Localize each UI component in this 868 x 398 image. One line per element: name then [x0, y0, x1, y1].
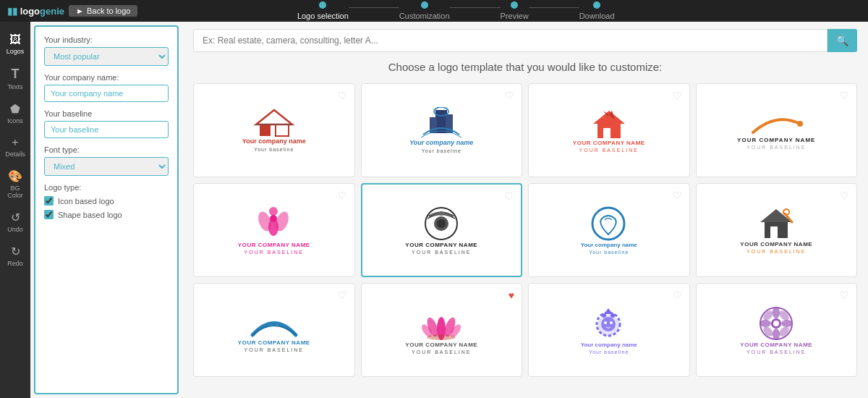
logo-svg	[420, 107, 463, 139]
icon-based-checkbox[interactable]	[44, 196, 54, 206]
content-title: Choose a logo template that you would li…	[193, 61, 857, 73]
logo-card[interactable]: ♡ YOUR COMPANY NAME YOUR BASELINE	[696, 183, 858, 277]
tool-logos-label: Logos	[7, 48, 25, 55]
logo-svg	[249, 308, 299, 339]
svg-rect-2	[276, 124, 289, 136]
logo-svg	[422, 206, 461, 242]
font-type-select[interactable]: Mixed Serif Sans-serif Script	[44, 157, 169, 176]
tool-redo-label: Redo	[7, 260, 23, 267]
heart-icon[interactable]: ♥	[509, 289, 514, 301]
logo-card[interactable]: ♡	[528, 283, 690, 377]
step-customization: Customization	[399, 1, 450, 20]
heart-icon[interactable]: ♡	[673, 190, 682, 201]
svg-point-17	[270, 215, 277, 222]
company-name-input[interactable]	[44, 85, 169, 102]
logo-svg	[757, 305, 796, 342]
logo-baseline: YOUR BASELINE	[746, 249, 806, 254]
logo-svg	[589, 206, 629, 242]
step-connector	[349, 7, 399, 8]
heart-icon[interactable]: ♡	[840, 90, 849, 101]
heart-icon[interactable]: ♡	[840, 190, 849, 201]
search-button[interactable]: 🔍	[827, 29, 857, 52]
svg-point-41	[610, 321, 613, 324]
tool-details-label: Details	[5, 151, 25, 158]
logo-card[interactable]: ♡ YOUR COMPANY NAME YOUR BASELINE	[528, 83, 690, 177]
heart-icon[interactable]: ♡	[505, 90, 514, 101]
logo-image-area: YOUR COMPANY NAME YOUR BASELINE	[371, 193, 513, 267]
logo-company-name: Your company name	[409, 139, 473, 147]
tool-redo[interactable]: ↻ Redo	[0, 240, 30, 271]
heart-icon[interactable]: ♡	[338, 190, 347, 201]
shape-based-label: Shape based logo	[58, 211, 122, 219]
logo-card[interactable]: ♡ Your company name Your baseline	[193, 83, 355, 177]
logo-image-area: YOUR COMPANY NAME YOUR BASELINE	[705, 192, 848, 268]
logo-baseline: YOUR BASELINE	[412, 250, 471, 255]
svg-point-40	[604, 321, 607, 324]
logo-company-name: YOUR COMPANY NAME	[405, 342, 477, 349]
tool-texts[interactable]: T Texts	[0, 62, 30, 95]
logo-image-area: YOUR COMPANY NAME YOUR BASELINE	[705, 93, 848, 168]
logo-image-area: YOUR COMPANY NAME YOUR BASELINE	[203, 292, 346, 368]
search-input[interactable]	[193, 29, 827, 52]
logo-svg	[420, 305, 463, 342]
logos-icon: 🖼	[9, 33, 21, 46]
logo-company-name: YOUR COMPANY NAME	[740, 241, 812, 248]
logo-image-area: Your company name Your baseline	[203, 93, 346, 168]
logo-card[interactable]: ♡ Your company name Your baseline	[528, 183, 690, 277]
step-connector	[529, 7, 579, 8]
icons-icon: ⬟	[10, 102, 20, 116]
redo-icon: ↻	[11, 245, 20, 258]
svg-point-33	[427, 334, 456, 340]
logo-company-name: Your company name	[242, 137, 306, 145]
heart-icon[interactable]: ♡	[338, 90, 347, 101]
logo-card[interactable]: ♡ Your company name Your baseline	[361, 83, 523, 177]
tool-bg-color[interactable]: 🎨 BG Color	[0, 165, 30, 203]
step-label: Logo selection	[297, 12, 349, 20]
undo-icon: ↺	[11, 211, 20, 224]
tool-icons[interactable]: ⬟ Icons	[0, 98, 30, 129]
tool-logos[interactable]: 🖼 Logos	[0, 29, 30, 59]
sidebar-panel: Your industry: Most popular Technology R…	[34, 25, 179, 394]
svg-rect-25	[770, 226, 778, 238]
svg-point-21	[439, 211, 443, 216]
logo-baseline: Your baseline	[254, 147, 294, 152]
heart-icon[interactable]: ♡	[338, 289, 347, 301]
logo-type-label: Logo type:	[44, 183, 169, 192]
heart-icon[interactable]: ♡	[673, 289, 682, 301]
logo-baseline: YOUR BASELINE	[746, 350, 806, 355]
logo-card[interactable]: ♡ YOUR COMPANY NAME YOUR BASELINE	[193, 283, 355, 377]
logo-image-area: YOUR COMPANY NAME YOUR BASELINE	[705, 292, 848, 368]
logo-svg	[252, 109, 296, 137]
heart-icon[interactable]: ♡	[504, 190, 514, 202]
industry-select[interactable]: Most popular Technology Real estate Fina…	[44, 47, 169, 66]
main-layout: 🖼 Logos T Texts ⬟ Icons + Details 🎨 BG C…	[0, 22, 868, 398]
heart-icon[interactable]: ♡	[673, 90, 682, 101]
heart-icon[interactable]: ♡	[840, 289, 849, 301]
shape-based-checkbox[interactable]	[44, 210, 54, 219]
tool-undo[interactable]: ↺ Undo	[0, 206, 30, 237]
search-bar: 🔍	[193, 29, 857, 52]
logo-baseline: YOUR BASELINE	[579, 148, 639, 153]
logo-company-name: YOUR COMPANY NAME	[573, 140, 645, 147]
icon-based-checkbox-row: Icon based logo	[44, 196, 169, 206]
logo-image-area: YOUR COMPANY NAME YOUR BASELINE	[203, 192, 346, 268]
header: ▮▮ logogenie ► Back to logo Logo selecti…	[0, 0, 868, 22]
logo-card[interactable]: ♥ YOUR COMPANY NAME YOUR BASELINE	[361, 283, 523, 377]
svg-marker-0	[256, 110, 292, 124]
left-toolbar: 🖼 Logos T Texts ⬟ Icons + Details 🎨 BG C…	[0, 22, 30, 398]
logo-card[interactable]: ♡ YOUR COMPANY NAME YOUR BASELINE	[696, 83, 858, 177]
step-dot	[511, 1, 518, 9]
texts-icon: T	[12, 67, 20, 82]
baseline-input[interactable]	[44, 121, 169, 138]
tool-details[interactable]: + Details	[0, 132, 30, 162]
logo-baseline: Your baseline	[589, 350, 629, 355]
step-label: Preview	[501, 12, 529, 20]
baseline-label: Your baseline	[44, 109, 169, 118]
logo-card[interactable]: ♡ YOUR COMPANY NAME YOUR BASELINE	[193, 183, 355, 277]
details-icon: +	[12, 136, 18, 149]
back-button[interactable]: ► Back to logo	[69, 5, 137, 17]
logo-card[interactable]: ♡ YOUR COMPANY NAME YOUR BASELINE	[361, 183, 523, 277]
shape-based-checkbox-row: Shape based logo	[44, 210, 169, 219]
step-label: Download	[579, 12, 615, 20]
logo-card[interactable]: ♡ Y	[696, 283, 858, 377]
